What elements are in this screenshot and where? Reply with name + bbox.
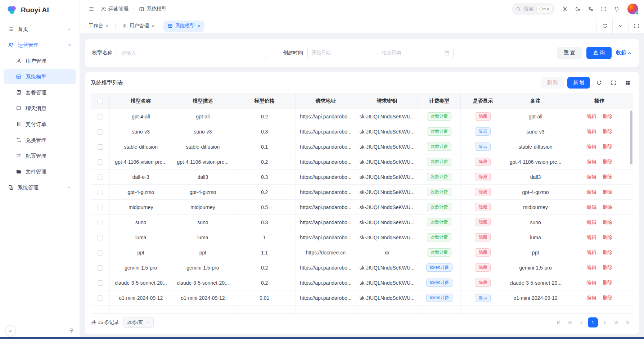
end-date-input[interactable]: 结束日期 xyxy=(382,50,441,56)
delete-link[interactable]: 删除 xyxy=(603,250,612,255)
column-settings-button[interactable] xyxy=(622,77,633,88)
prev-page-button[interactable] xyxy=(576,317,586,327)
delete-link[interactable]: 删除 xyxy=(603,235,612,240)
edit-link[interactable]: 编辑 xyxy=(586,220,596,225)
select-all-checkbox[interactable] xyxy=(98,99,103,104)
pin-icon[interactable] xyxy=(69,328,75,334)
sidebar-item-user-management[interactable]: 用户管理 xyxy=(4,53,76,68)
edit-link[interactable]: 编辑 xyxy=(586,265,596,270)
query-button[interactable]: 查 询 xyxy=(586,47,612,59)
row-checkbox[interactable] xyxy=(98,220,103,225)
tab-system-models[interactable]: 系统模型 × xyxy=(163,21,204,32)
row-checkbox[interactable] xyxy=(98,159,103,165)
arrow-right-icon: → xyxy=(374,50,379,56)
refresh-tab-button[interactable] xyxy=(596,18,612,33)
tab-options-button[interactable] xyxy=(612,18,628,33)
breadcrumb-item-system-models[interactable]: 系统模型 xyxy=(139,6,167,12)
close-icon[interactable]: × xyxy=(106,23,109,28)
last-page-button[interactable] xyxy=(622,317,632,327)
row-checkbox[interactable] xyxy=(98,295,103,301)
row-checkbox[interactable] xyxy=(98,250,103,256)
delete-link[interactable]: 删除 xyxy=(603,129,612,134)
row-checkbox[interactable] xyxy=(98,144,103,150)
date-range-picker[interactable]: 开始日期 → 结束日期 xyxy=(307,47,454,59)
reset-button[interactable]: 重 置 xyxy=(557,47,582,59)
cell-request-key: sk-JIUQLNndqSeKWU... xyxy=(356,154,418,170)
user-avatar[interactable] xyxy=(627,4,638,14)
scrollbar-thumb[interactable] xyxy=(630,110,632,164)
batch-delete-button[interactable]: 删 除 xyxy=(541,77,564,89)
table-scrollbar[interactable] xyxy=(630,110,632,313)
sidebar-toggle-button[interactable] xyxy=(86,3,97,15)
close-icon[interactable]: × xyxy=(152,23,154,28)
edit-link[interactable]: 编辑 xyxy=(586,295,596,300)
page-number-button[interactable]: 1 xyxy=(588,317,598,327)
sidebar-item-operations[interactable]: 运营管理 xyxy=(4,37,76,53)
next-page-button[interactable] xyxy=(599,317,609,327)
sidebar-item-payment-orders[interactable]: 支付订单 xyxy=(4,117,76,132)
delete-link[interactable]: 删除 xyxy=(603,280,612,285)
row-checkbox[interactable] xyxy=(98,129,103,135)
row-checkbox[interactable] xyxy=(98,114,103,119)
table-header-row: 模型名称 模型描述 模型价格 请求地址 请求密钥 计费类型 是否显示 备注 操作 xyxy=(91,93,633,109)
settings-button[interactable] xyxy=(559,3,571,15)
fullscreen-button[interactable] xyxy=(598,3,609,15)
maximize-content-button[interactable] xyxy=(628,18,644,33)
add-button[interactable]: 新 增 xyxy=(567,77,590,89)
edit-link[interactable]: 编辑 xyxy=(586,174,596,180)
next-group-button[interactable] xyxy=(611,317,621,327)
cell-model-name: suno xyxy=(110,215,172,230)
row-checkbox[interactable] xyxy=(98,205,103,210)
delete-link[interactable]: 删除 xyxy=(603,114,612,119)
delete-link[interactable]: 删除 xyxy=(603,159,612,164)
sidebar-item-file-management[interactable]: 文件管理 xyxy=(4,164,76,179)
theme-toggle-button[interactable] xyxy=(572,3,584,15)
sidebar-item-system-models[interactable]: 系统模型 xyxy=(4,69,76,84)
sidebar-item-config-management[interactable]: 配置管理 xyxy=(4,148,76,163)
prev-group-button[interactable] xyxy=(565,317,575,327)
edit-link[interactable]: 编辑 xyxy=(586,129,596,134)
global-search-input[interactable]: 搜索 Ctrl K xyxy=(512,3,555,15)
edit-link[interactable]: 编辑 xyxy=(586,159,596,164)
sidebar-item-exchange-management[interactable]: 兑换管理 xyxy=(4,132,76,148)
edit-link[interactable]: 编辑 xyxy=(586,189,596,195)
start-date-input[interactable]: 开始日期 xyxy=(311,50,371,56)
sidebar-item-chat-messages[interactable]: 聊天消息 xyxy=(4,101,76,116)
edit-link[interactable]: 编辑 xyxy=(586,280,596,285)
delete-link[interactable]: 删除 xyxy=(603,265,612,270)
row-checkbox[interactable] xyxy=(98,280,103,286)
tab-user-management[interactable]: 用户管理 × xyxy=(118,21,159,32)
edit-link[interactable]: 编辑 xyxy=(586,204,596,210)
delete-link[interactable]: 删除 xyxy=(603,144,612,149)
edit-link[interactable]: 编辑 xyxy=(586,144,596,149)
sidebar-item-package-management[interactable]: 套餐管理 xyxy=(4,85,76,100)
edit-link[interactable]: 编辑 xyxy=(586,250,596,255)
tab-workbench[interactable]: 工作台 × xyxy=(84,21,113,32)
edit-link[interactable]: 编辑 xyxy=(586,235,596,240)
row-checkbox[interactable] xyxy=(98,190,103,195)
row-checkbox[interactable] xyxy=(98,235,103,240)
close-icon[interactable]: × xyxy=(197,23,200,28)
page-size-select[interactable]: 20条/页 xyxy=(123,317,154,328)
language-button[interactable] xyxy=(585,3,596,15)
breadcrumb-item-operations[interactable]: 运营管理 xyxy=(101,6,129,12)
topbar: 运营管理 系统模型 搜索 Ctrl K xyxy=(80,0,644,18)
sidebar-item-system-management[interactable]: 系统管理 xyxy=(4,180,76,195)
delete-link[interactable]: 删除 xyxy=(603,295,612,300)
fullscreen-table-button[interactable] xyxy=(608,77,619,88)
edit-link[interactable]: 编辑 xyxy=(586,114,596,119)
sidebar-collapse-button[interactable]: « xyxy=(5,325,16,336)
notifications-button[interactable] xyxy=(611,3,622,15)
row-checkbox[interactable] xyxy=(98,175,103,180)
delete-link[interactable]: 删除 xyxy=(603,174,612,180)
delete-link[interactable]: 删除 xyxy=(603,220,612,225)
refresh-table-button[interactable] xyxy=(594,77,604,88)
first-page-button[interactable] xyxy=(553,317,563,327)
billing-type-tag: 次数计费 xyxy=(427,188,451,196)
row-checkbox[interactable] xyxy=(98,265,103,271)
sidebar-item-home[interactable]: 首页 xyxy=(4,22,76,37)
collapse-filter-link[interactable]: 收起 xyxy=(616,50,632,56)
model-name-input[interactable] xyxy=(117,47,267,59)
delete-link[interactable]: 删除 xyxy=(603,189,612,195)
delete-link[interactable]: 删除 xyxy=(603,204,612,210)
